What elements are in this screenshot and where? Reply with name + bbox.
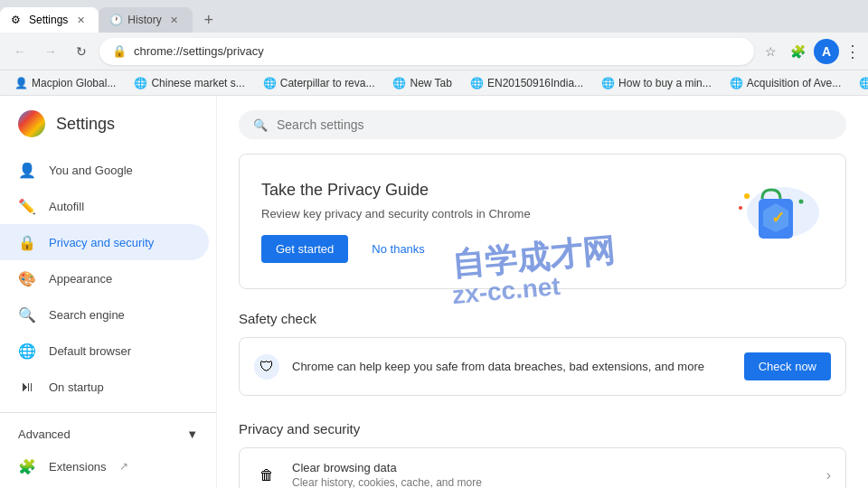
svg-text:✓: ✓ bbox=[771, 209, 785, 227]
history-tab-favicon: 🕐 bbox=[109, 14, 122, 26]
bookmark-icon: 🌐 bbox=[263, 77, 277, 89]
clear-browsing-subtitle: Clear history, cookies, cache, and more bbox=[292, 476, 814, 488]
url-bar[interactable]: 🔒 chrome://settings/privacy bbox=[99, 38, 754, 65]
search-bar-wrap: 🔍 bbox=[217, 96, 868, 146]
bookmark-icon: 🌐 bbox=[470, 77, 484, 89]
bookmark-icon: 🌐 bbox=[730, 77, 743, 89]
banner-buttons: Get started No thanks bbox=[261, 235, 531, 263]
profile-button[interactable]: A bbox=[814, 39, 839, 64]
shield-check-icon: 🛡 bbox=[254, 354, 279, 380]
sidebar-header: Settings bbox=[0, 103, 216, 152]
content-area: Settings 👤 You and Google ✏️ Autofill 🔒 … bbox=[0, 96, 868, 488]
appearance-icon: 🎨 bbox=[18, 269, 36, 287]
sidebar-item-on-startup[interactable]: ⏯ On startup bbox=[0, 369, 209, 405]
search-bar: 🔍 bbox=[239, 110, 846, 139]
bookmark-item[interactable]: 🌐 Chinese market s... bbox=[127, 75, 251, 91]
bookmark-item[interactable]: 🌐 How to buy a min... bbox=[594, 75, 719, 91]
privacy-banner-image: ✓ bbox=[697, 176, 824, 267]
browser-icon: 🌐 bbox=[18, 342, 36, 360]
banner-text: Take the Privacy Guide Review key privac… bbox=[261, 181, 531, 263]
bookmark-label: New Tab bbox=[410, 77, 451, 89]
sidebar-item-label: You and Google bbox=[49, 164, 133, 177]
sidebar-item-default-browser[interactable]: 🌐 Default browser bbox=[0, 333, 209, 369]
sidebar-item-extensions[interactable]: 🧩 Extensions ↗ bbox=[0, 448, 209, 484]
bookmark-item[interactable]: 🌐 Caterpillar to reva... bbox=[256, 75, 382, 91]
url-text: chrome://settings/privacy bbox=[134, 44, 741, 58]
bookmark-label: Chinese market s... bbox=[151, 77, 244, 89]
svg-point-5 bbox=[739, 206, 742, 210]
privacy-icon: 🔒 bbox=[18, 233, 36, 251]
trash-icon: 🗑 bbox=[254, 463, 279, 488]
bookmark-item[interactable]: 👤 Macpion Global... bbox=[7, 75, 123, 91]
bookmark-label: How to buy a min... bbox=[618, 77, 712, 89]
forward-button[interactable]: → bbox=[38, 39, 63, 64]
content-wrapper: 🔍 Take the Privacy Guide Review key priv… bbox=[217, 96, 868, 488]
sidebar-item-label: Default browser bbox=[49, 344, 131, 358]
safety-check-title: Safety check bbox=[217, 296, 868, 333]
sidebar: Settings 👤 You and Google ✏️ Autofill 🔒 … bbox=[0, 96, 217, 488]
external-link-icon: ↗ bbox=[119, 460, 128, 473]
search-icon: 🔍 bbox=[253, 118, 268, 132]
bookmark-item[interactable]: 🌐 Acquisition of Ave... bbox=[722, 75, 849, 91]
privacy-card: 🗑 Clear browsing data Clear history, coo… bbox=[239, 447, 846, 488]
sidebar-item-appearance[interactable]: 🎨 Appearance bbox=[0, 260, 209, 296]
history-tab-label: History bbox=[127, 14, 161, 26]
address-bar: ← → ↻ 🔒 chrome://settings/privacy ☆ 🧩 A … bbox=[0, 33, 868, 70]
banner-description: Review key privacy and security controls… bbox=[261, 207, 531, 221]
bookmark-icon: 🌐 bbox=[601, 77, 615, 89]
clear-browsing-title: Clear browsing data bbox=[292, 461, 814, 474]
clear-browsing-row[interactable]: 🗑 Clear browsing data Clear history, coo… bbox=[240, 448, 845, 488]
sidebar-title: Settings bbox=[56, 115, 115, 134]
get-started-button[interactable]: Get started bbox=[261, 235, 348, 263]
tab-history[interactable]: 🕐 History ✕ bbox=[99, 7, 192, 33]
chrome-logo bbox=[18, 110, 45, 137]
sidebar-item-search-engine[interactable]: 🔍 Search engine bbox=[0, 296, 209, 333]
safety-check-card: 🛡 Chrome can help keep you safe from dat… bbox=[239, 337, 846, 396]
sidebar-item-label: Extensions bbox=[49, 460, 107, 474]
banner-title: Take the Privacy Guide bbox=[261, 181, 531, 200]
bookmark-icon: 🌐 bbox=[134, 77, 147, 89]
advanced-label: Advanced bbox=[18, 427, 71, 441]
bookmark-item[interactable]: 🌐 25 Ways to Increa... bbox=[852, 75, 868, 91]
svg-point-6 bbox=[799, 200, 804, 204]
sidebar-item-label: Search engine bbox=[49, 308, 125, 322]
sidebar-item-you-google[interactable]: 👤 You and Google bbox=[0, 152, 209, 188]
bookmark-label: EN20150916India... bbox=[487, 77, 583, 89]
sidebar-item-label: On startup bbox=[49, 380, 104, 394]
sidebar-item-about[interactable]: ℹ️ About Chrome bbox=[0, 484, 209, 488]
bookmark-item[interactable]: 🌐 New Tab bbox=[385, 75, 458, 91]
reload-button[interactable]: ↻ bbox=[69, 39, 94, 64]
tab-settings[interactable]: ⚙ Settings ✕ bbox=[0, 7, 99, 33]
svg-point-4 bbox=[744, 193, 750, 199]
safety-check-description: Chrome can help keep you safe from data … bbox=[292, 360, 731, 373]
privacy-illustration: ✓ bbox=[697, 176, 824, 267]
settings-tab-close[interactable]: ✕ bbox=[73, 13, 88, 27]
sidebar-item-privacy[interactable]: 🔒 Privacy and security bbox=[0, 224, 209, 260]
bookmark-label: Caterpillar to reva... bbox=[280, 77, 375, 89]
bookmark-item[interactable]: 🌐 EN20150916India... bbox=[463, 75, 590, 91]
bookmark-label: Acquisition of Ave... bbox=[747, 77, 842, 89]
browser-frame: ⚙ Settings ✕ 🕐 History ✕ + ← → ↻ 🔒 chrom… bbox=[0, 0, 868, 488]
search-input[interactable] bbox=[277, 117, 832, 132]
sidebar-section-advanced[interactable]: Advanced ▼ bbox=[0, 420, 216, 448]
autofill-icon: ✏️ bbox=[18, 197, 36, 215]
bookmark-star-icon[interactable]: ☆ bbox=[760, 41, 781, 62]
back-button[interactable]: ← bbox=[7, 39, 33, 64]
check-now-button[interactable]: Check now bbox=[744, 352, 831, 380]
new-tab-button[interactable]: + bbox=[196, 7, 222, 33]
sidebar-item-autofill[interactable]: ✏️ Autofill bbox=[0, 188, 209, 224]
startup-icon: ⏯ bbox=[18, 378, 36, 396]
privacy-section-title: Privacy and security bbox=[217, 407, 868, 444]
no-thanks-button[interactable]: No thanks bbox=[357, 235, 439, 263]
bookmark-icon: 👤 bbox=[14, 77, 28, 89]
bookmarks-bar: 👤 Macpion Global... 🌐 Chinese market s..… bbox=[0, 70, 868, 96]
extension-icon[interactable]: 🧩 bbox=[787, 41, 808, 62]
chevron-down-icon: ▼ bbox=[186, 427, 198, 441]
history-tab-close[interactable]: ✕ bbox=[167, 13, 182, 27]
main-content: 🔍 Take the Privacy Guide Review key priv… bbox=[217, 96, 868, 488]
bookmark-icon: 🌐 bbox=[859, 77, 868, 89]
menu-button[interactable]: ⋮ bbox=[844, 42, 861, 61]
lock-icon: 🔒 bbox=[112, 44, 127, 58]
clear-browsing-text: Clear browsing data Clear history, cooki… bbox=[292, 461, 814, 488]
bookmark-label: Macpion Global... bbox=[32, 77, 116, 89]
